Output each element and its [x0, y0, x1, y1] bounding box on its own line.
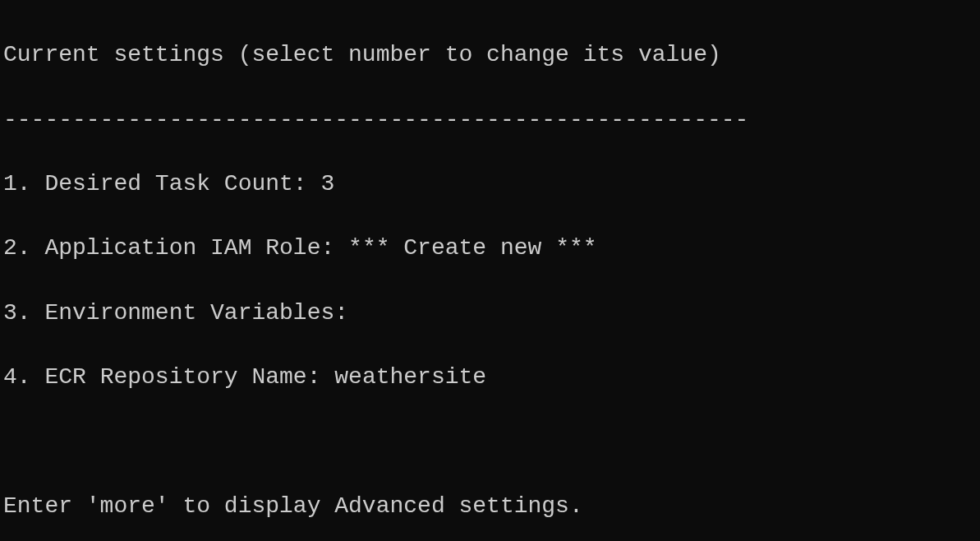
setting-4-value: weathersite	[320, 364, 486, 390]
setting-3: 3. Environment Variables:	[3, 297, 977, 329]
terminal-output[interactable]: Current settings (select number to chang…	[0, 0, 980, 541]
setting-2-num: 2.	[3, 235, 31, 261]
setting-4-num: 4.	[3, 364, 31, 390]
setting-4-label: ECR Repository Name:	[44, 364, 320, 390]
blank-line	[3, 425, 977, 457]
setting-3-label: Environment Variables:	[44, 300, 348, 326]
setting-1-num: 1.	[3, 171, 31, 197]
setting-1: 1. Desired Task Count: 3	[3, 168, 977, 200]
divider: ----------------------------------------…	[3, 104, 977, 136]
setting-4: 4. ECR Repository Name: weathersite	[3, 361, 977, 393]
setting-3-num: 3.	[3, 300, 31, 326]
setting-1-value: 3	[307, 171, 335, 197]
setting-1-label: Desired Task Count:	[44, 171, 306, 197]
setting-2-label: Application IAM Role:	[44, 235, 334, 261]
settings-header: Current settings (select number to chang…	[3, 39, 977, 71]
setting-2: 2. Application IAM Role: *** Create new …	[3, 232, 977, 264]
setting-2-value: *** Create new ***	[334, 235, 596, 261]
instruction-more: Enter 'more' to display Advanced setting…	[3, 490, 977, 522]
